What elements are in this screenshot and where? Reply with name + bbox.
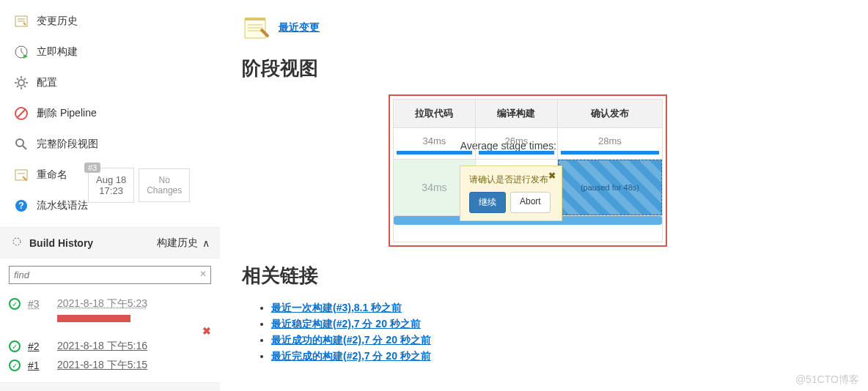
- zoom-icon: [13, 136, 29, 152]
- stage-avg-cell: 34ms: [394, 128, 476, 160]
- continue-button[interactable]: 继续: [469, 192, 506, 213]
- rename-icon: [13, 167, 29, 183]
- stage-header: 拉取代码: [394, 100, 476, 128]
- menu-configure[interactable]: 配置: [0, 67, 220, 98]
- stage-avg-cell: 26ms: [475, 128, 557, 160]
- clear-filter-icon[interactable]: ✕: [199, 269, 207, 279]
- build-number-link[interactable]: #1: [28, 360, 40, 371]
- menu-label: 流水线语法: [37, 199, 88, 212]
- stage-cell[interactable]: (paused for 48s): [557, 160, 662, 216]
- menu-label: 配置: [37, 76, 57, 89]
- stage-view-highlight: 拉取代码 编译构建 确认发布 34ms 26ms 28ms 34ms (paus…: [389, 94, 667, 247]
- build-status-icon: [9, 340, 21, 352]
- menu-delete-pipeline[interactable]: 删除 Pipeline: [0, 98, 220, 129]
- menu-changes[interactable]: 变更历史: [0, 6, 220, 37]
- related-links: 相关链接 最近一次构建(#3),8.1 秒之前 最近稳定构建(#2),7 分 2…: [242, 263, 846, 363]
- svg-line-15: [17, 109, 26, 118]
- stage-header: 确认发布: [557, 100, 662, 128]
- related-links-title: 相关链接: [242, 263, 846, 288]
- build-history-icon: [10, 235, 23, 250]
- watermark: @51CTO博客: [795, 373, 859, 387]
- stage-avg-cell: 28ms: [557, 128, 662, 160]
- related-link[interactable]: 最近稳定构建(#2),7 分 20 秒之前: [271, 318, 421, 329]
- svg-line-11: [24, 86, 26, 87]
- help-icon: ?: [13, 198, 29, 214]
- build-row[interactable]: #3 2021-8-18 下午5:23: [9, 294, 211, 313]
- menu-label: 立即构建: [37, 45, 78, 59]
- menu-label: 完整阶段视图: [37, 138, 98, 151]
- svg-rect-26: [245, 18, 265, 21]
- related-link[interactable]: 最近一次构建(#3),8.1 秒之前: [271, 302, 402, 313]
- stage-run-date: #3 Aug 18 17:23: [88, 168, 134, 203]
- build-progress-bar: [57, 315, 130, 322]
- build-history-filter: ✕: [9, 266, 211, 284]
- popup-title: 请确认是否进行发布 ✖: [469, 174, 553, 186]
- recent-changes-header: 最近变更: [242, 15, 846, 41]
- build-cancel-icon[interactable]: ✖: [202, 325, 211, 337]
- related-link[interactable]: 最近成功的构建(#2),7 分 20 秒之前: [271, 334, 431, 346]
- stage-run-badge: #3: [84, 163, 100, 173]
- build-timestamp: 2021-8-18 下午5:16: [57, 340, 147, 353]
- svg-line-10: [17, 78, 18, 80]
- history-icon: [13, 13, 29, 29]
- menu-label: 删除 Pipeline: [37, 107, 97, 120]
- recent-changes-link[interactable]: 最近变更: [279, 21, 320, 34]
- notepad-icon: [242, 15, 271, 41]
- menu-full-stage-view[interactable]: 完整阶段视图: [0, 129, 220, 160]
- main-content: 最近变更 阶段视图 Average stage times: #3 Aug 18…: [220, 0, 868, 391]
- menu-label: 变更历史: [37, 15, 78, 28]
- stage-header: 编译构建: [475, 100, 557, 128]
- abort-button[interactable]: Abort: [510, 192, 551, 213]
- build-history-list: #3 2021-8-18 下午5:23 ✖ #2 2021-8-18 下午5:1…: [0, 291, 220, 382]
- no-icon: [13, 105, 29, 122]
- svg-line-12: [17, 86, 18, 87]
- chevron-up-icon: ∧: [202, 237, 210, 249]
- confirm-popup: 请确认是否进行发布 ✖ 继续 Abort: [460, 165, 562, 221]
- stage-run-left: #3 Aug 18 17:23 NoChanges: [88, 168, 190, 203]
- build-history-title: Build History: [29, 237, 93, 249]
- build-status-icon: [9, 298, 21, 310]
- clock-play-icon: [13, 44, 29, 60]
- build-timestamp: 2021-8-18 下午5:15: [57, 359, 147, 372]
- build-row[interactable]: #1 2021-8-18 下午5:15: [9, 356, 211, 375]
- build-row[interactable]: #2 2021-8-18 下午5:16: [9, 337, 211, 356]
- filter-input[interactable]: [9, 266, 211, 284]
- stage-view-title: 阶段视图: [242, 56, 846, 81]
- svg-point-5: [18, 80, 24, 86]
- build-status-icon: [9, 360, 21, 371]
- svg-text:?: ?: [18, 201, 23, 211]
- svg-point-22: [13, 238, 21, 245]
- feed-links: Atom feed 全部 Atom feed 失败: [0, 382, 220, 391]
- related-link[interactable]: 最近完成的构建(#2),7 分 20 秒之前: [271, 350, 431, 362]
- build-history-trend-link[interactable]: 构建历史 ∧: [157, 237, 210, 250]
- stage-run-nochanges: NoChanges: [139, 168, 190, 202]
- close-icon[interactable]: ✖: [548, 171, 556, 181]
- svg-point-16: [16, 139, 23, 146]
- menu-build-now[interactable]: 立即构建: [0, 37, 220, 67]
- build-number-link[interactable]: #3: [28, 298, 40, 310]
- build-history-header: Build History 构建历史 ∧: [0, 227, 220, 258]
- svg-line-17: [23, 146, 26, 149]
- gear-icon: [13, 75, 29, 91]
- build-timestamp: 2021-8-18 下午5:23: [57, 297, 147, 310]
- build-number-link[interactable]: #2: [28, 340, 40, 352]
- svg-line-13: [24, 78, 26, 80]
- menu-label: 重命名: [37, 168, 67, 182]
